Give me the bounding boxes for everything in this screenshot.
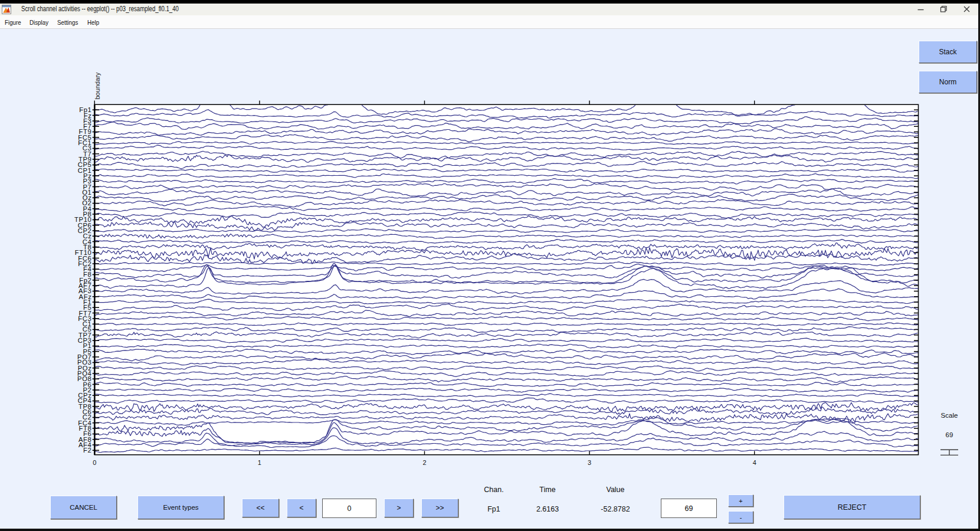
- svg-text:3: 3: [588, 459, 591, 466]
- svg-text:0: 0: [93, 459, 96, 466]
- svg-text:F2: F2: [83, 447, 91, 454]
- svg-text:4: 4: [753, 459, 756, 466]
- svg-text:1: 1: [258, 459, 261, 466]
- svg-text:2: 2: [422, 459, 426, 466]
- svg-text:boundary: boundary: [94, 72, 101, 99]
